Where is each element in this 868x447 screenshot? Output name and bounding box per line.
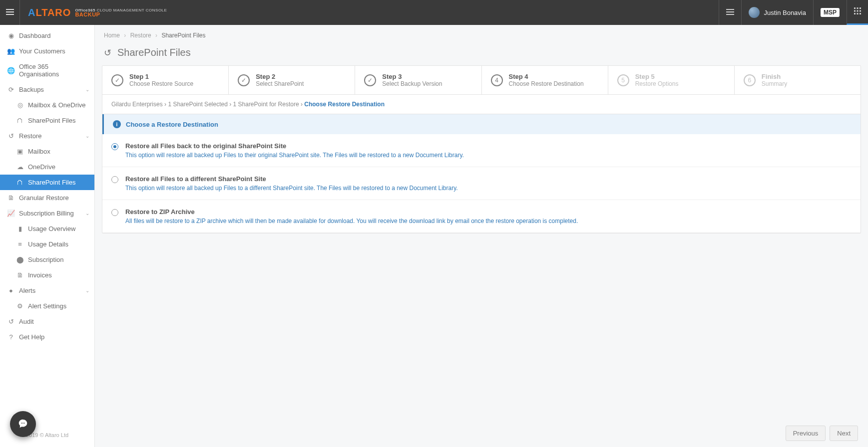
nav-subscription[interactable]: ⬤Subscription: [0, 252, 94, 267]
nav-restore-sharepoint[interactable]: ⛫SharePoint Files: [0, 175, 94, 190]
nav-alerts[interactable]: ●Alerts⌄: [0, 283, 94, 298]
nav-label: Subscription: [28, 256, 64, 263]
option-restore-original[interactable]: Restore all Files back to the original S…: [102, 134, 861, 167]
step-title: Step 5: [635, 73, 679, 80]
nav-your-customers[interactable]: 👥Your Customers: [0, 43, 94, 59]
nav-get-help[interactable]: ?Get Help: [0, 329, 94, 345]
history-icon: ↺: [7, 318, 15, 325]
wizcrumb-selected[interactable]: 1 SharePoint Selected: [168, 101, 227, 108]
step-sub: Restore Options: [635, 80, 679, 87]
cloud-icon: ☁: [16, 163, 24, 171]
hamburger-icon: [6, 9, 14, 16]
step-6[interactable]: 6 FinishSummary: [735, 66, 861, 94]
check-icon: ✓: [111, 74, 123, 86]
topbar-right: Justin Bonavia MSP: [719, 0, 868, 25]
topbar-left: ALTARO Office365 CLOUD MANAGEMENT CONSOL…: [0, 0, 167, 25]
chat-bubble[interactable]: [10, 411, 36, 437]
nav-granular-restore[interactable]: 🗎Granular Restore: [0, 190, 94, 206]
nav-backups-mailbox-onedrive[interactable]: ◎Mailbox & OneDrive: [0, 97, 94, 113]
nav-label: Mailbox: [28, 148, 50, 155]
chevron-down-icon: ⌄: [85, 288, 89, 293]
svg-rect-3: [854, 10, 856, 12]
nav-backups-sharepoint[interactable]: ⛫SharePoint Files: [0, 113, 94, 128]
option-restore-zip[interactable]: Restore to ZIP Archive All files will be…: [102, 200, 861, 233]
step-sub: Select Backup Version: [382, 80, 442, 87]
check-icon: ✓: [364, 74, 376, 86]
info-text: Choose a Restore Destination: [126, 121, 218, 128]
svg-rect-4: [857, 10, 859, 12]
svg-rect-8: [860, 13, 861, 14]
step-title: Step 2: [256, 73, 304, 80]
step-5[interactable]: 5 Step 5Restore Options: [608, 66, 735, 94]
footer-actions: Previous Next: [786, 426, 858, 441]
radio-unselected-icon[interactable]: [111, 176, 118, 183]
nav-alert-settings[interactable]: ⚙Alert Settings: [0, 298, 94, 314]
brand[interactable]: ALTARO Office365 CLOUD MANAGEMENT CONSOL…: [28, 7, 167, 18]
sidebar-toggle[interactable]: [0, 0, 20, 25]
breadcrumb: Home › Restore › SharePoint Files: [102, 25, 861, 44]
radio-unselected-icon[interactable]: [111, 209, 118, 216]
nav: ◉Dashboard 👥Your Customers 🌐Office 365 O…: [0, 25, 94, 345]
refresh-icon: ⟳: [7, 86, 15, 93]
topbar-apps-button[interactable]: [847, 0, 868, 25]
chevron-down-icon: ⌄: [85, 211, 89, 216]
stepper: ✓ Step 1Choose Restore Source ✓ Step 2Se…: [102, 66, 861, 95]
nav-label: Alerts: [19, 287, 35, 294]
nav-usage-overview[interactable]: ▮Usage Overview: [0, 221, 94, 236]
topbar-msp-badge[interactable]: MSP: [813, 0, 847, 25]
nav-usage-details[interactable]: ≡Usage Details: [0, 236, 94, 252]
nav-subscription-billing[interactable]: 📈Subscription Billing⌄: [0, 206, 94, 221]
page-title: SharePoint Files: [117, 47, 191, 58]
nav-invoices[interactable]: 🗎Invoices: [0, 267, 94, 283]
svg-rect-0: [854, 7, 856, 9]
wizard-panel: ✓ Step 1Choose Restore Source ✓ Step 2Se…: [102, 65, 861, 233]
nav-label: Subscription Billing: [19, 210, 74, 217]
nav-label: Restore: [19, 132, 42, 140]
nav-restore-onedrive[interactable]: ☁OneDrive: [0, 159, 94, 175]
nav-backups[interactable]: ⟳Backups⌄: [0, 82, 94, 97]
radio-selected-icon[interactable]: [111, 143, 118, 150]
nav-dashboard[interactable]: ◉Dashboard: [0, 28, 94, 43]
option-desc: All files will be restore to a ZIP archi…: [125, 218, 578, 224]
step-2[interactable]: ✓ Step 2Select SharePoint: [229, 66, 355, 94]
option-desc: This option will restore all backed up F…: [125, 152, 464, 159]
svg-rect-7: [857, 13, 859, 14]
undo-icon: ↺: [7, 132, 15, 140]
svg-point-11: [24, 423, 25, 424]
nav-label: Office 365 Organisations: [19, 63, 89, 78]
svg-rect-6: [854, 13, 856, 14]
avatar: [749, 7, 760, 18]
option-restore-different[interactable]: Restore all Files to a different SharePo…: [102, 167, 861, 200]
crumb-current: SharePoint Files: [161, 32, 205, 39]
nav-restore-mailbox[interactable]: ▣Mailbox: [0, 144, 94, 159]
nav-label: SharePoint Files: [28, 179, 75, 186]
option-title: Restore all Files back to the original S…: [125, 142, 464, 150]
step-3[interactable]: ✓ Step 3Select Backup Version: [355, 66, 481, 94]
previous-button[interactable]: Previous: [786, 426, 826, 441]
brand-subtitle: Office365 CLOUD MANAGEMENT CONSOLE BACKU…: [75, 8, 167, 17]
help-icon: ?: [7, 333, 15, 341]
nav-label: Dashboard: [19, 32, 51, 39]
option-desc: This option will restore all backed up F…: [125, 185, 458, 192]
step-1[interactable]: ✓ Step 1Choose Restore Source: [102, 66, 229, 94]
svg-rect-2: [860, 7, 861, 9]
nav-label: OneDrive: [28, 163, 55, 171]
alert-icon: ●: [7, 287, 15, 294]
topbar-list-button[interactable]: [719, 0, 741, 25]
nav-label: Invoices: [28, 271, 52, 279]
nav-label: Usage Overview: [28, 225, 75, 232]
step-4[interactable]: 4 Step 4Choose Restore Destination: [482, 66, 608, 94]
crumb-restore[interactable]: Restore: [130, 32, 151, 39]
topbar-user[interactable]: Justin Bonavia: [741, 0, 813, 25]
nav-office-365[interactable]: 🌐Office 365 Organisations: [0, 59, 94, 82]
chevron-right-icon: ›: [229, 101, 233, 108]
wizcrumb-org[interactable]: Gilardu Enterprises: [111, 101, 163, 108]
sliders-icon: ≡: [16, 240, 24, 248]
crumb-home[interactable]: Home: [104, 32, 120, 39]
next-button[interactable]: Next: [830, 426, 858, 441]
nav-audit[interactable]: ↺Audit: [0, 314, 94, 329]
user-icon: ◎: [16, 101, 24, 109]
nav-restore[interactable]: ↺Restore⌄: [0, 128, 94, 144]
option-title: Restore to ZIP Archive: [125, 208, 578, 216]
wizcrumb-for-restore[interactable]: 1 SharePoint for Restore: [233, 101, 299, 108]
